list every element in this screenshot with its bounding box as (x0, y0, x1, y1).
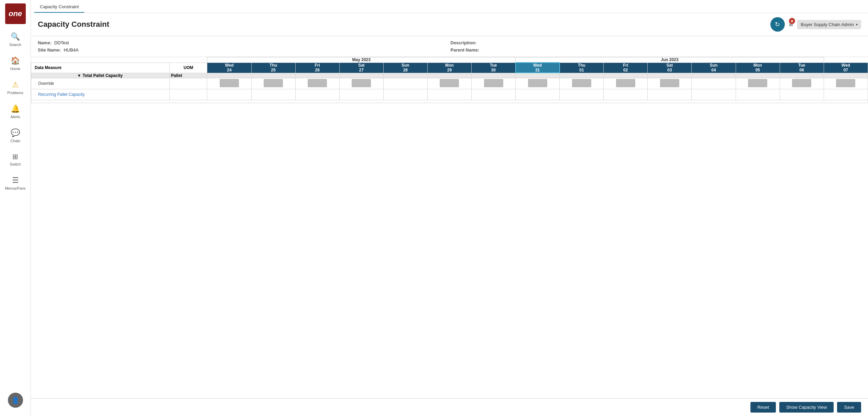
form-info: Name: DDTest Description: Site Name: HUB… (31, 36, 868, 57)
day-tue-30: Tue30 (471, 63, 515, 73)
bell-icon: 🔔 (11, 104, 20, 113)
spacer-row (31, 100, 868, 103)
sidebar-item-alerts[interactable]: 🔔 Alerts (0, 100, 31, 124)
app-logo[interactable]: one (5, 3, 26, 24)
input-fri26[interactable] (308, 79, 327, 87)
avatar-icon: 👤 (12, 396, 19, 404)
user-label: Buyer Supply Chain Admin (801, 22, 854, 27)
override-wed31[interactable] (516, 78, 560, 89)
total-pallet-capacity-row: ▾ Total Pallet Capacity Pallet (31, 73, 868, 78)
search-icon: 🔍 (11, 32, 20, 41)
notification-badge: ★ (789, 18, 795, 24)
sidebar-item-label: Chats (10, 139, 20, 143)
switch-icon: ⊞ (12, 153, 18, 161)
sidebar-item-switch[interactable]: ⊞ Switch (0, 148, 31, 171)
data-measure-header: Data Measure (31, 63, 170, 73)
sidebar-item-home[interactable]: 🏠 Home (0, 52, 31, 76)
avatar: 👤 (8, 393, 23, 408)
override-mon29[interactable] (427, 78, 471, 89)
sidebar-item-label: Alerts (10, 115, 20, 119)
input-thu01[interactable] (572, 79, 591, 87)
tab-label: Capacity Constraint (40, 4, 79, 9)
uom-header: UOM (169, 63, 207, 73)
override-wed24[interactable] (207, 78, 251, 89)
menu-button[interactable]: ≡ ★ (789, 20, 793, 29)
input-wed07[interactable] (836, 79, 855, 87)
sidebar-item-problems[interactable]: ⚠ Problems (0, 76, 31, 100)
input-sat27[interactable] (352, 79, 371, 87)
day-wed-31: Wed31 (516, 63, 560, 73)
chat-icon: 💬 (11, 128, 20, 137)
month-may: May 2023 (207, 57, 516, 63)
input-mon29[interactable] (440, 79, 459, 87)
override-label: Override (31, 78, 170, 89)
content-area: Name: DDTest Description: Site Name: HUB… (31, 36, 868, 416)
main-content: Capacity Constraint Capacity Constraint … (31, 0, 868, 416)
sidebar-item-chats[interactable]: 💬 Chats (0, 124, 31, 148)
calendar-table: May 2023 Jun 2023 Data Measure UOM (31, 57, 868, 103)
input-thu25[interactable] (264, 79, 283, 87)
day-header-row: Data Measure UOM Wed24 Thu25 Fri26 Sat27… (31, 63, 868, 73)
input-mon05[interactable] (748, 79, 767, 87)
input-tue30[interactable] (484, 79, 503, 87)
page-title: Capacity Constraint (38, 20, 770, 29)
footer: Reset Show Capacity View Save (31, 398, 868, 416)
override-sat27[interactable] (339, 78, 383, 89)
name-label: Name: (38, 40, 52, 45)
chevron-down-icon: ▾ (856, 23, 858, 26)
override-wed07[interactable] (824, 78, 868, 89)
expand-icon[interactable]: ▾ (78, 73, 80, 78)
group-label: ▾ Total Pallet Capacity (31, 73, 170, 78)
input-fri02[interactable] (616, 79, 635, 87)
site-name-field: Site Name: HUB4A (38, 47, 449, 53)
menu-icon: ☰ (12, 176, 19, 185)
show-capacity-view-button[interactable]: Show Capacity View (779, 402, 834, 413)
sidebar-item-search[interactable]: 🔍 Search (0, 27, 31, 52)
home-icon: 🏠 (11, 56, 20, 65)
input-wed31[interactable] (528, 79, 547, 87)
sidebar-item-menus[interactable]: ☰ Menus/Favs (0, 171, 31, 195)
override-sun04 (692, 78, 736, 89)
refresh-button[interactable]: ↻ (770, 17, 785, 32)
reset-button[interactable]: Reset (750, 402, 776, 413)
override-thu01[interactable] (560, 78, 604, 89)
name-value: DDTest (54, 40, 69, 45)
sidebar-item-label: Search (9, 43, 21, 47)
override-tue06[interactable] (780, 78, 824, 89)
day-sun-28: Sun28 (383, 63, 427, 73)
override-row: Override (31, 78, 868, 89)
description-label: Description: (451, 40, 477, 45)
refresh-icon: ↻ (775, 21, 780, 28)
override-fri26[interactable] (295, 78, 339, 89)
site-name-label: Site Name: (38, 47, 61, 53)
day-wed-07: Wed07 (824, 63, 868, 73)
recurring-label[interactable]: Recurring Pallet Capacity (31, 89, 170, 100)
save-button[interactable]: Save (837, 402, 861, 413)
override-sat03[interactable] (648, 78, 692, 89)
override-fri02[interactable] (604, 78, 648, 89)
override-mon05[interactable] (736, 78, 780, 89)
day-tue-06: Tue06 (780, 63, 824, 73)
override-thu25[interactable] (251, 78, 295, 89)
input-tue06[interactable] (792, 79, 811, 87)
group-label-text: Total Pallet Capacity (83, 73, 122, 78)
name-field: Name: DDTest (38, 40, 449, 45)
day-thu-01: Thu01 (560, 63, 604, 73)
day-sat-27: Sat27 (339, 63, 383, 73)
calendar-wrapper: May 2023 Jun 2023 Data Measure UOM (31, 57, 868, 398)
page-header: Capacity Constraint ↻ ≡ ★ Buyer Supply C… (31, 13, 868, 36)
tab-capacity-constraint[interactable]: Capacity Constraint (34, 1, 84, 13)
recurring-uom (169, 89, 207, 100)
sidebar-item-avatar[interactable]: 👤 (0, 384, 31, 416)
override-tue30[interactable] (471, 78, 515, 89)
input-sat03[interactable] (660, 79, 679, 87)
group-uom: Pallet (169, 73, 207, 78)
day-mon-05: Mon05 (736, 63, 780, 73)
day-fri-02: Fri02 (604, 63, 648, 73)
sidebar: one 🔍 Search 🏠 Home ⚠ Problems 🔔 Alerts … (0, 0, 31, 416)
day-fri-26: Fri26 (295, 63, 339, 73)
input-wed24[interactable] (220, 79, 239, 87)
user-dropdown[interactable]: Buyer Supply Chain Admin ▾ (797, 20, 861, 29)
tab-bar: Capacity Constraint (31, 0, 868, 13)
override-uom (169, 78, 207, 89)
